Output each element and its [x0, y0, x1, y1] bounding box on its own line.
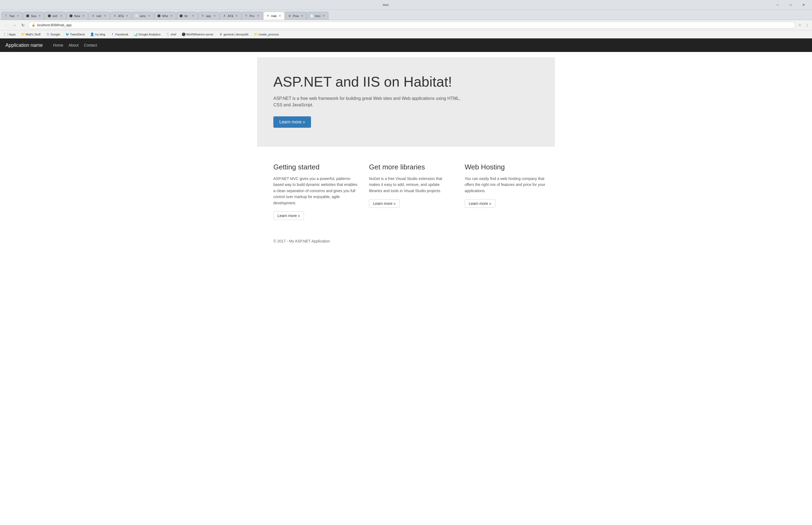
browser-tab-hab[interactable]: HHab✕: [263, 12, 285, 20]
close-button[interactable]: ✕: [797, 1, 810, 9]
browser-tab-sea[interactable]: ⚫Sea✕: [23, 12, 44, 20]
tab-close-pow[interactable]: ✕: [300, 14, 304, 18]
tab-favicon-pow: ⊞: [288, 14, 291, 18]
tab-close-asp[interactable]: ✕: [213, 14, 216, 18]
tab-label-twe: Twe: [9, 14, 15, 18]
reload-button[interactable]: ↻: [19, 22, 27, 29]
cards-section: Getting startedASP.NET MVC gives you a p…: [257, 152, 555, 231]
tab-favicon-new: ⚫: [69, 14, 73, 18]
bookmark-label-4: my blog: [95, 33, 105, 36]
tab-label-pro: Pro: [250, 14, 254, 18]
tab-close-null[interactable]: ✕: [103, 14, 107, 18]
hero-title: ASP.NET and IIS on Habitat!: [273, 74, 539, 90]
address-bar[interactable]: 🔒 localhost:8098/hab_app: [28, 22, 795, 29]
tab-close-hon[interactable]: ✕: [322, 14, 326, 18]
bookmark-4[interactable]: 👤my blog: [88, 32, 107, 37]
site-footer: © 2017 - My ASP.NET Application: [257, 231, 555, 251]
hero-learn-more-button[interactable]: Learn more »: [273, 116, 311, 128]
tab-close-win[interactable]: ✕: [147, 14, 151, 18]
bookmark-8[interactable]: ⚫WinRM/winrm-servic: [179, 32, 216, 37]
tab-label-asp: asp: [206, 14, 211, 18]
tab-close-twe[interactable]: ✕: [16, 14, 20, 18]
app-navbar: Application name HomeAboutContact: [0, 39, 812, 52]
tab-label-at2: AT&: [228, 14, 233, 18]
browser-tab-hon[interactable]: 📄Hon✕: [307, 12, 329, 20]
card-cta-button-2[interactable]: Learn more »: [465, 199, 495, 208]
bookmark-0[interactable]: ⋮⋮Apps: [2, 32, 18, 37]
tabs-bar: TTwe✕⚫Sea✕⚫knif✕⚫New✕Anull✕AAT&✕⬜winc✕⚫W…: [0, 10, 812, 20]
tab-label-pow: Pow: [293, 14, 299, 18]
tab-label-hon: Hon: [315, 14, 320, 18]
bookmark-icon-7: 🍴: [166, 32, 170, 36]
browser-tab-pow[interactable]: ⊞Pow✕: [285, 12, 307, 20]
bookmark-icon-8: ⚫: [182, 32, 185, 36]
tab-close-hab[interactable]: ✕: [278, 14, 282, 18]
tab-close-at1[interactable]: ✕: [125, 14, 129, 18]
tab-close-at2[interactable]: ✕: [235, 14, 239, 18]
bookmark-label-1: Matt's Stuff: [26, 33, 40, 36]
card-cta-button-1[interactable]: Learn more »: [369, 199, 400, 208]
tab-favicon-at2: A: [223, 14, 226, 18]
bookmark-icon-2: G: [46, 32, 50, 36]
title-bar: Matt ─ □ ✕: [0, 0, 812, 10]
tab-close-pro[interactable]: ✕: [256, 14, 260, 18]
app-nav-link-1[interactable]: About: [66, 42, 81, 49]
star-icon[interactable]: ☆: [797, 22, 803, 28]
card-title-0: Getting started: [273, 163, 358, 171]
browser-tab-null[interactable]: Anull✕: [88, 12, 110, 20]
card-title-2: Web Hosting: [465, 163, 550, 171]
bookmark-6[interactable]: 📊Google Analytics: [132, 32, 163, 37]
maximize-button[interactable]: □: [784, 1, 797, 9]
bookmark-label-5: Facebook: [115, 33, 128, 36]
minimize-button[interactable]: ─: [771, 1, 784, 9]
browser-tab-asp[interactable]: Kasp✕: [198, 12, 220, 20]
bookmark-2[interactable]: GGoogle: [44, 32, 62, 37]
card-desc-0: ASP.NET MVC gives you a powerful, patter…: [273, 176, 358, 206]
browser-tab-pro[interactable]: FPro✕: [241, 12, 263, 20]
bookmark-label-3: TweetDeck: [70, 33, 85, 36]
forward-button[interactable]: →: [11, 22, 18, 29]
title-bar-text: Matt: [383, 3, 388, 6]
browser-tab-twe[interactable]: TTwe✕: [1, 12, 23, 20]
app-brand: Application name: [5, 43, 43, 48]
bookmark-10[interactable]: 📁create_process: [252, 32, 281, 37]
bookmark-5[interactable]: fFacebook: [108, 32, 131, 37]
bookmark-icon-3: 🐦: [65, 32, 69, 36]
tab-close-kni[interactable]: ✕: [59, 14, 63, 18]
bookmark-7[interactable]: 🍴chef: [164, 32, 178, 37]
bookmark-3[interactable]: 🐦TweetDeck: [63, 32, 87, 37]
tab-close-new[interactable]: ✕: [81, 14, 85, 18]
browser-tab-at2[interactable]: AAT&✕: [220, 12, 241, 20]
app-nav-links: HomeAboutContact: [51, 42, 99, 49]
tab-close-sea[interactable]: ✕: [37, 14, 41, 18]
browser-tab-ite[interactable]: ⚫Ite✕: [176, 12, 198, 20]
card-1: Get more librariesNuGet is a free Visual…: [369, 163, 454, 220]
window-controls: ─ □ ✕: [771, 1, 810, 9]
bookmark-icon-5: f: [111, 32, 115, 36]
tab-label-at1: AT&: [118, 14, 124, 18]
tab-favicon-whe: ⚫: [157, 14, 161, 18]
tab-favicon-hon: 📄: [310, 14, 314, 18]
menu-icon[interactable]: ⋮: [804, 22, 810, 28]
tab-close-ite[interactable]: ✕: [191, 14, 195, 18]
browser-tab-new[interactable]: ⚫New✕: [66, 12, 88, 20]
browser-tab-kni[interactable]: ⚫knif✕: [44, 12, 66, 20]
bookmark-label-2: Google: [50, 33, 60, 36]
tab-close-whe[interactable]: ✕: [169, 14, 173, 18]
card-2: Web HostingYou can easily find a web hos…: [465, 163, 550, 220]
tab-label-sea: Sea: [31, 14, 36, 18]
back-button[interactable]: ←: [2, 22, 9, 29]
browser-tab-whe[interactable]: ⚫Whe✕: [154, 12, 177, 20]
app-nav-link-0[interactable]: Home: [51, 42, 65, 49]
tab-label-whe: Whe: [162, 14, 168, 18]
tab-label-hab: Hab: [271, 14, 276, 18]
browser-tab-at1[interactable]: AAT&✕: [110, 12, 132, 20]
card-0: Getting startedASP.NET MVC gives you a p…: [273, 163, 358, 220]
card-cta-button-0[interactable]: Learn more »: [273, 211, 304, 220]
card-desc-2: You can easily find a web hosting compan…: [465, 176, 550, 194]
app-nav-link-2[interactable]: Contact: [82, 42, 99, 49]
hero-section: ASP.NET and IIS on Habitat! ASP.NET is a…: [257, 57, 555, 147]
bookmark-1[interactable]: 📁Matt's Stuff: [19, 32, 43, 37]
browser-tab-win[interactable]: ⬜winc✕: [132, 12, 154, 20]
bookmark-9[interactable]: #general | devopslib: [217, 32, 251, 37]
